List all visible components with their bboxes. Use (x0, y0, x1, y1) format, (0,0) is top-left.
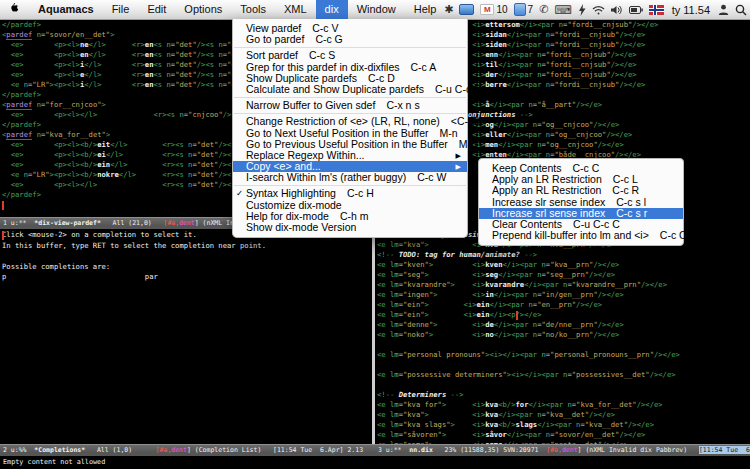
menu-item-label: Apply an LR Restriction (492, 173, 602, 185)
code-line: <e lm="seg"> <i>seg</i><par n="seg__prn"… (375, 270, 750, 280)
menu-item-label: Show Duplicate pardefs (246, 72, 357, 84)
user-icon[interactable] (718, 4, 729, 16)
menubar-item-help[interactable]: Help (405, 0, 446, 19)
power-icon[interactable] (578, 4, 586, 16)
menubar-item-tools[interactable]: Tools (231, 0, 275, 19)
gmail-icon[interactable]: M10 (480, 4, 507, 15)
checkmark-icon: ✓ (236, 188, 243, 199)
menu-item-label: Go to Previous Useful Position in the Bu… (246, 138, 448, 150)
modeline-segment: [#a, (546, 446, 562, 454)
menu-item-show-dix-mode-version[interactable]: Show dix-mode Version (233, 222, 467, 233)
menu-item-shortcut: C-c H (347, 187, 374, 199)
battery-icon[interactable] (629, 6, 643, 14)
modeline-segment: dent (171, 446, 187, 454)
menu-item-label: Prepend kill-buffer into lm and <i> (492, 229, 649, 241)
menu-item-shortcut: C-x n s (386, 99, 419, 111)
submenu-arrow-icon: ▶ (456, 161, 461, 172)
menu-separator (234, 97, 466, 98)
menu-separator (234, 47, 466, 48)
copy-e-submenu: Keep ContentsC-c CApply an LR Restrictio… (478, 158, 684, 246)
menubar-item-dix[interactable]: dix (316, 0, 348, 19)
status-icons: ✱ M10 7 ✆ ⌨ ty 11.54 (444, 0, 747, 19)
spotlight-search-icon[interactable] (735, 4, 747, 16)
menu-item-label: Replace Regexp Within... (246, 149, 364, 161)
completion-line: Possible completions are: (0, 262, 372, 273)
keyboard-layout-flag-icon[interactable] (649, 5, 664, 15)
menu-item-shortcut: M-p (459, 138, 477, 150)
code-line: <e lm="denne"> <i>de</i><par n="de/nne__… (375, 320, 750, 330)
menu-item-shortcut: C-c W (417, 171, 446, 183)
code-line (375, 340, 750, 350)
code-line: <e lm="ingen"> <i>in</i><par n="in/gen__… (375, 290, 750, 300)
code-line: <e lm="kven"> <i>kven</i><par n="kva__pr… (375, 260, 750, 270)
menu-item-label: Increase slr sense index (492, 196, 605, 208)
menu-bar: Aquamacs File Edit Options Tools XML dix… (0, 0, 750, 20)
menubar-item-window[interactable]: Window (348, 0, 405, 19)
menu-item-i-search-within-lm-s-rather-buggy[interactable]: I-search Within lm's (rather buggy)C-c W (233, 172, 467, 183)
window-switcher-icon[interactable] (459, 4, 474, 15)
modeline-completions: 2 u:%% *Completions* All (1,0) [#a,dent]… (0, 444, 375, 456)
modeline-segment: ] (Completion List) (187, 446, 273, 454)
menu-item-prepend-kill-buffer-into-lm-and-i[interactable]: Prepend kill-buffer into lm and <i>C-c C… (479, 230, 683, 241)
menu-item-shortcut: C-u C-c D (435, 83, 482, 95)
modeline-segment: [#a, (156, 446, 172, 454)
menu-item-calculate-and-show-duplicate-pardefs[interactable]: Calculate and Show Duplicate pardefsC-u … (233, 84, 467, 95)
modeline-segment: [11:54 Tue 6.Apr] 2.13 (273, 446, 363, 454)
modeline-segment: ] (nXML Invalid dix Pabbrev) (578, 446, 699, 454)
menu-item-label: View pardef (246, 22, 301, 34)
menubar-item-options[interactable]: Options (175, 0, 231, 19)
menubar-item-edit[interactable]: Edit (138, 0, 175, 19)
text-cursor (2, 231, 4, 240)
menu-item-shortcut: M-n (439, 127, 457, 139)
menu-item-label: Copy <e> and... (246, 160, 321, 172)
code-line: <e lm="kvarandre"> <i>kvarandre</i><par … (375, 280, 750, 290)
menu-item-shortcut: C-h m (340, 210, 369, 222)
menubar-item-aquamacs[interactable]: Aquamacs (29, 0, 103, 19)
menu-item-go-to-pardef[interactable]: Go to pardefC-c G (233, 34, 467, 45)
notes-icon[interactable]: 7 (514, 3, 534, 16)
menu-item-label: Grep for this pardef in dix-dixfiles (246, 61, 399, 73)
menu-item-label: Calculate and Show Duplicate pardefs (246, 83, 424, 95)
menu-item-label: Clear Contents (492, 218, 562, 230)
modeline-segment: *Completions* (34, 446, 85, 454)
menu-item-label: Increase srl sense index (492, 207, 605, 219)
dix-dropdown-menu: View pardefC-c VGo to pardefC-c GSort pa… (232, 19, 468, 238)
volume-icon[interactable] (611, 5, 623, 15)
menubar-item-xml[interactable]: XML (275, 0, 316, 19)
code-line: <e lm="kva for"> <i>kva<b/>for</i><par n… (375, 400, 750, 410)
menu-item-label: Go to Next Useful Position in the Buffer (246, 127, 428, 139)
echo-area: Empty content not allowed (0, 456, 750, 469)
menu-item-label: Syntax Highlighting (246, 187, 336, 199)
code-line: <!-- Determiners --> (375, 390, 750, 400)
menu-item-shortcut: C-c V (312, 22, 338, 34)
menu-item-label: Narrow Buffer to Given sdef (246, 99, 375, 111)
menu-item-shortcut: C-c R (612, 184, 639, 196)
code-line: <e lm="kva slags"> <i>kva<b/>slags</i><p… (375, 420, 750, 430)
menu-item-label: Sort pardef (246, 49, 298, 61)
menu-item-shortcut: C-c L (613, 173, 638, 185)
phone-icon[interactable]: ✆ (539, 3, 548, 16)
menu-item-label: Keep Contents (492, 162, 561, 174)
modeline-segment: 1 u:** (3, 219, 34, 227)
menu-item-label: Show dix-mode Version (246, 221, 356, 233)
completions-buffer[interactable]: Click <mouse-2> on a completion to selec… (0, 228, 372, 446)
wifi-icon[interactable] (592, 5, 605, 15)
menu-item-shortcut: C-u C-c C (573, 218, 620, 230)
modeline-segment: dent (562, 446, 578, 454)
menu-item-shortcut: C-c S (309, 49, 335, 61)
growl-icon[interactable]: ✱ (444, 3, 453, 16)
apple-menu-icon[interactable] (0, 3, 29, 16)
keyboard-icon[interactable]: ⌨ (554, 3, 571, 17)
text-cursor (2, 201, 4, 210)
submenu-arrow-icon: ▶ (456, 150, 461, 161)
menu-item-label: Apply an RL Restriction (492, 184, 601, 196)
menubar-item-file[interactable]: File (103, 0, 139, 19)
menu-item-narrow-buffer-to-given-sdef[interactable]: Narrow Buffer to Given sdefC-x n s (233, 100, 467, 111)
completion-line: In this buffer, type RET to select the c… (0, 241, 372, 252)
modeline-segment: 23% (11588,35) SVN:20971 (433, 446, 547, 454)
code-line (375, 380, 750, 390)
completion-line: p par (0, 272, 372, 283)
menu-item-shortcut: C-c A (410, 61, 436, 73)
menubar-clock[interactable]: ty 11.54 (670, 4, 712, 16)
code-line (375, 360, 750, 370)
